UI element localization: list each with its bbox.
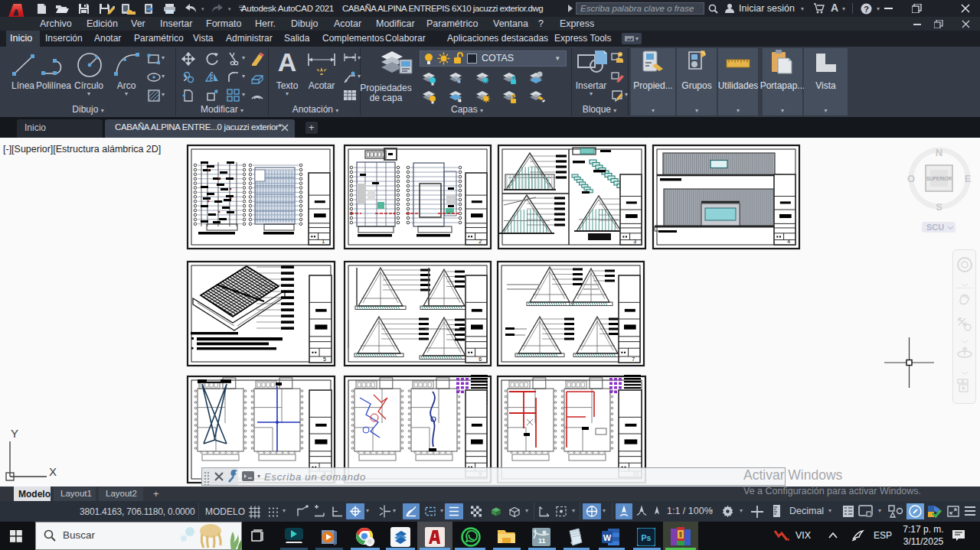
svg-text:Y: Y bbox=[11, 427, 18, 440]
svg-text:1: 1 bbox=[322, 239, 325, 244]
svg-text:W: W bbox=[603, 533, 612, 542]
svg-text:3: 3 bbox=[633, 239, 636, 244]
svg-text:X: X bbox=[49, 465, 57, 478]
svg-text:S: S bbox=[936, 201, 942, 213]
svg-text:5: 5 bbox=[323, 356, 326, 362]
svg-text:6: 6 bbox=[479, 356, 482, 362]
svg-text:7: 7 bbox=[632, 356, 635, 362]
svg-text:E: E bbox=[965, 173, 972, 184]
svg-text:?: ? bbox=[864, 5, 869, 14]
svg-text:11: 11 bbox=[538, 537, 546, 545]
svg-text:2: 2 bbox=[479, 239, 482, 244]
svg-text:O: O bbox=[907, 173, 915, 184]
svg-text:N: N bbox=[936, 147, 942, 158]
svg-text:4: 4 bbox=[787, 239, 790, 244]
svg-text:Ps: Ps bbox=[642, 533, 652, 542]
svg-text:SUPERIOR: SUPERIOR bbox=[926, 176, 952, 181]
